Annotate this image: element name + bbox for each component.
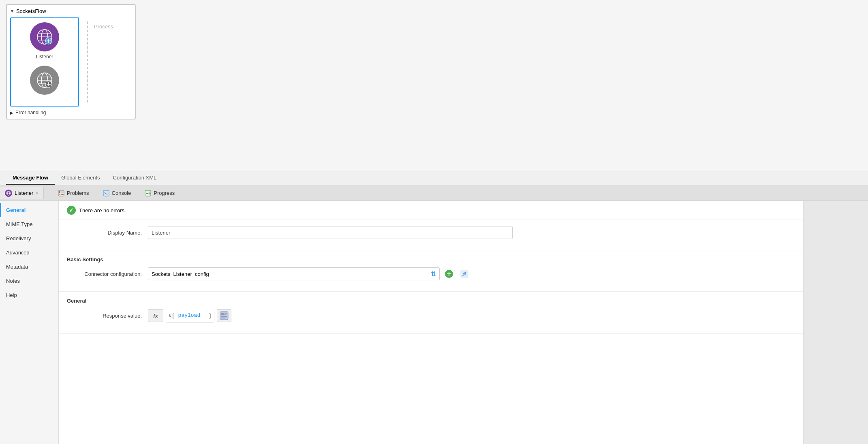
content-area: General MIME Type Redelivery Advanced Me… <box>0 201 868 444</box>
error-handling-label: Error handling <box>15 110 46 115</box>
connector-config-value: Sockets_Listener_config <box>152 271 209 277</box>
response-payload-text: payload <box>177 309 201 322</box>
svg-point-20 <box>59 191 60 193</box>
svg-rect-39 <box>221 316 227 317</box>
svg-rect-19 <box>58 190 64 196</box>
general-section: General Response value: fx #[ payload <box>59 292 803 334</box>
problems-svg-icon <box>58 190 65 197</box>
sub-tabs-bar: Listener × Problems <box>0 186 868 201</box>
progress-icon <box>144 190 152 197</box>
add-icon <box>444 269 454 279</box>
config-panel: ✓ There are no errors. Display Name: Bas… <box>59 201 803 444</box>
tab-console[interactable]: Console <box>97 187 137 199</box>
main-container: ▼ SocketsFlow <box>0 0 868 444</box>
left-nav: General MIME Type Redelivery Advanced Me… <box>0 201 59 444</box>
flow-collapse-triangle[interactable]: ▼ <box>10 9 14 13</box>
nav-item-redelivery[interactable]: Redelivery <box>0 231 58 245</box>
fx-button[interactable]: fx <box>148 309 163 322</box>
basic-settings-title: Basic Settings <box>67 256 795 263</box>
response-value-row: Response value: fx #[ payload <box>67 309 795 322</box>
listener-tab-close[interactable]: × <box>36 191 38 196</box>
nav-item-mime-type[interactable]: MIME Type <box>0 217 58 231</box>
display-name-label: Display Name: <box>67 230 148 236</box>
response-close-bracket: ] <box>206 309 214 322</box>
flow-nodes-container: Listener <box>10 17 79 107</box>
problems-tabs: Problems Console <box>44 187 868 199</box>
process-area: Process <box>79 17 121 107</box>
process-label: Process <box>94 23 113 30</box>
listener-tab-label: Listener <box>15 190 33 196</box>
problems-tab-label: Problems <box>67 190 89 196</box>
tab-problems[interactable]: Problems <box>52 187 95 199</box>
fx-label: fx <box>153 313 158 319</box>
listener-tab-icon <box>5 190 12 197</box>
svg-rect-23 <box>61 194 64 195</box>
connector-config-controls: Sockets_Listener_config ⇅ <box>148 267 470 280</box>
map-icon <box>219 311 229 320</box>
add-config-button[interactable] <box>443 268 455 280</box>
tab-global-elements[interactable]: Global Elements <box>55 171 106 185</box>
svg-point-34 <box>464 273 465 275</box>
console-tab-label: Console <box>112 190 131 196</box>
flow-title: SocketsFlow <box>16 8 46 14</box>
general-section-title: General <box>67 298 795 304</box>
response-prefix: #[ <box>166 309 177 322</box>
nav-item-help[interactable]: Help <box>0 288 58 302</box>
unnamed-node[interactable] <box>30 66 59 95</box>
select-arrows-icon: ⇅ <box>431 270 436 278</box>
listener-editor-tab[interactable]: Listener × <box>0 187 44 199</box>
listener-node[interactable]: Listener <box>30 22 59 60</box>
no-errors-text: There are no errors. <box>79 207 126 213</box>
tab-configuration-xml[interactable]: Configuration XML <box>107 171 163 185</box>
map-button[interactable] <box>217 309 231 322</box>
unnamed-icon <box>30 66 59 95</box>
progress-tab-label: Progress <box>154 190 175 196</box>
canvas-area: ▼ SocketsFlow <box>0 0 868 170</box>
nav-item-metadata[interactable]: Metadata <box>0 260 58 274</box>
response-suffix <box>201 309 206 322</box>
listener-icon <box>30 22 59 51</box>
response-value-label: Response value: <box>67 313 148 319</box>
listener-tab-globe-svg <box>6 191 11 196</box>
tabs-bar: Message Flow Global Elements Configurati… <box>0 170 868 186</box>
response-input-wrapper: #[ payload ] <box>166 309 214 322</box>
tab-message-flow[interactable]: Message Flow <box>6 171 55 185</box>
connector-config-row: Connector configuration: Sockets_Listene… <box>67 267 795 280</box>
svg-rect-22 <box>61 192 64 192</box>
flow-body: Listener <box>10 17 132 107</box>
display-name-section: Display Name: <box>59 220 803 250</box>
svg-rect-38 <box>224 314 226 315</box>
process-divider: Process <box>87 21 113 102</box>
nav-item-advanced[interactable]: Advanced <box>0 245 58 260</box>
tab-progress[interactable]: Progress <box>139 187 180 199</box>
flow-container: ▼ SocketsFlow <box>6 4 136 120</box>
edit-config-button[interactable] <box>458 268 470 280</box>
globe-icon <box>36 28 53 46</box>
error-handling[interactable]: ▶ Error handling <box>10 110 132 115</box>
svg-rect-40 <box>221 318 225 318</box>
connector-config-select[interactable]: Sockets_Listener_config ⇅ <box>148 267 440 280</box>
globe-gray-icon <box>36 71 53 89</box>
display-name-row: Display Name: <box>67 226 795 239</box>
basic-settings-section: Basic Settings Connector configuration: … <box>59 250 803 292</box>
svg-point-21 <box>59 194 60 195</box>
svg-rect-37 <box>224 313 227 314</box>
svg-rect-28 <box>146 193 148 194</box>
error-handling-triangle: ▶ <box>10 111 13 115</box>
nav-item-notes[interactable]: Notes <box>0 274 58 288</box>
listener-label: Listener <box>36 54 53 60</box>
display-name-input[interactable] <box>148 226 513 239</box>
flow-header: ▼ SocketsFlow <box>10 8 132 14</box>
success-icon: ✓ <box>67 206 76 215</box>
no-errors-bar: ✓ There are no errors. <box>59 201 803 220</box>
connector-config-label: Connector configuration: <box>67 271 148 277</box>
problems-icon <box>58 190 65 197</box>
progress-svg-icon <box>144 190 152 197</box>
edit-icon <box>460 269 469 279</box>
bottom-panel: Listener × Problems <box>0 186 868 444</box>
console-svg-icon <box>103 190 110 197</box>
nav-item-general[interactable]: General <box>0 203 58 217</box>
console-icon <box>103 190 110 197</box>
response-value-controls: fx #[ payload ] <box>148 309 231 322</box>
svg-rect-36 <box>221 313 224 315</box>
